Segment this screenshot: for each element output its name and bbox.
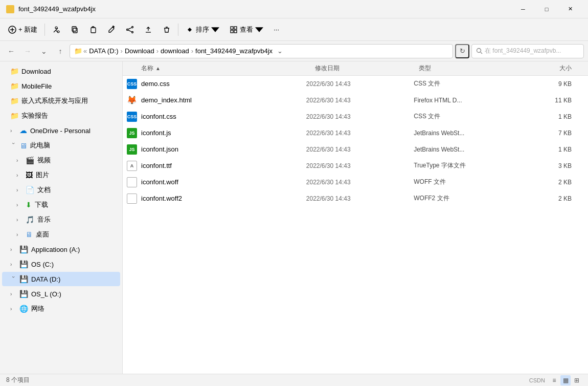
file-date: 2022/6/30 14:43 [306,113,414,120]
file-name: iconfont.ttf [141,162,172,169]
rename-button[interactable] [103,22,120,38]
file-date: 2022/6/30 14:43 [306,80,414,88]
new-button[interactable]: + 新建 [4,22,41,38]
sidebar-label-network: 网络 [31,304,44,313]
svg-rect-11 [231,27,233,29]
file-pane: 名称 ▲ 修改日期 类型 大小 CSS demo.css 2022/6/30 1… [123,61,588,374]
cut-button[interactable] [48,22,64,38]
sidebar-item-download[interactable]: 📁 Download [2,64,120,78]
docs-icon: 📄 [26,186,34,194]
sidebar-item-app-a[interactable]: › 💾 Applicatioon (A:) [2,242,120,256]
sort-label: 排序 [196,25,209,34]
svg-point-8 [127,29,128,30]
rename-icon [107,26,116,34]
window-title: font_3492449_wzafpvb4jx [18,5,96,13]
table-row[interactable]: iconfont.woff 2022/6/30 14:43 WOFF 文件 2 … [123,174,588,190]
sidebar-item-desktop[interactable]: › 🖥 桌面 [2,227,120,242]
minimize-button[interactable]: ─ [511,0,535,18]
breadcrumb-dropdown-button[interactable]: ⌄ [274,44,286,58]
sidebar-label-os-c: OS (C:) [31,261,54,268]
close-button[interactable]: ✕ [558,0,582,18]
table-row[interactable]: CSS demo.css 2022/6/30 14:43 CSS 文件 9 KB [123,76,588,92]
delete-button[interactable] [159,22,175,38]
file-size: 7 KB [522,130,584,137]
breadcrumb-current: font_3492449_wzafpvb4jx [195,47,273,55]
drive-icon-os-c: 💾 [19,260,28,268]
col-date-header[interactable]: 修改日期 [315,64,419,73]
svg-rect-14 [234,30,237,33]
sidebar-item-thispc[interactable]: › 🖥 此电脑 [2,138,120,153]
breadcrumb-download[interactable]: Download [125,47,154,55]
file-size: 3 KB [522,162,584,169]
sidebar-item-embedded[interactable]: 📁 嵌入式系统开发与应用 [2,94,120,108]
table-row[interactable]: iconfont.woff2 2022/6/30 14:43 WOFF2 文件 … [123,190,588,207]
sidebar-item-music[interactable]: › 🎵 音乐 [2,212,120,227]
refresh-button[interactable]: ↻ [455,44,469,58]
sidebar-item-onedrive[interactable]: › ☁ OneDrive - Personal [2,123,120,138]
back-button[interactable]: ← [4,44,18,58]
detail-view-button[interactable]: ▦ [560,375,571,385]
up-button[interactable]: ↑ [53,44,67,58]
expand-icon-desktop: › [16,232,22,238]
sidebar-item-mobilefile[interactable]: 📁 MobileFile [2,79,120,93]
desktop-icon: 🖥 [26,230,33,239]
more-button[interactable]: ··· [269,22,283,38]
expand-icon-os-c: › [10,262,16,267]
file-type-icon: CSS [127,79,137,89]
forward-button[interactable]: → [20,44,35,58]
paste-button[interactable] [85,22,101,38]
sidebar-item-downloads[interactable]: › ⬇ 下载 [2,198,120,212]
col-name-label: 名称 [141,64,153,73]
sidebar-item-lab[interactable]: 📁 实验报告 [2,109,120,123]
sidebar-item-video[interactable]: › 🎬 视频 [2,153,120,167]
view-toggle: ≡ ▦ ⊞ [549,375,582,385]
view-button[interactable]: 查看 [225,22,267,38]
sidebar-item-pictures[interactable]: › 🖼 图片 [2,168,120,182]
file-name: iconfont.json [141,145,178,153]
breadcrumb-download2[interactable]: download [161,47,189,55]
file-type-icon: A [127,161,137,171]
copy-button[interactable] [66,22,83,38]
file-name: iconfont.js [141,129,171,137]
sidebar-item-os-c[interactable]: › 💾 OS (C:) [2,257,120,271]
pc-icon-thispc: 🖥 [19,141,27,150]
breadcrumb-hardcode-1: DATA (D:) [89,47,118,55]
title-bar: font_3492449_wzafpvb4jx ─ □ ✕ [0,0,588,18]
table-row[interactable]: JS iconfont.js 2022/6/30 14:43 JetBrains… [123,125,588,141]
file-type: CSS 文件 [414,112,521,121]
table-row[interactable]: 🦊 demo_index.html 2022/6/30 14:43 Firefo… [123,92,588,109]
table-row[interactable]: CSS iconfont.css 2022/6/30 14:43 CSS 文件 … [123,109,588,125]
copy-icon [71,26,79,34]
sidebar-item-docs[interactable]: › 📄 文档 [2,183,120,197]
share-button[interactable] [122,22,138,38]
col-type-header[interactable]: 类型 [419,64,523,73]
csdn-badge: CSDN [529,377,545,383]
table-row[interactable]: A iconfont.ttf 2022/6/30 14:43 TrueType … [123,158,588,174]
video-icon: 🎬 [26,156,34,164]
table-row[interactable]: JS iconfont.json 2022/6/30 14:43 JetBrai… [123,141,588,158]
toolbar: + 新建 排序 查看 ··· [0,18,588,41]
recent-locations-button[interactable]: ⌄ [37,44,51,58]
sidebar-label-video: 视频 [37,156,51,165]
maximize-button[interactable]: □ [535,0,558,18]
list-view-button[interactable]: ≡ [549,375,559,385]
folder-icon-lab: 📁 [10,112,18,120]
sidebar-item-data-d[interactable]: › 💾 DATA (D:) [2,272,120,286]
sidebar-label-lab: 实验报告 [21,111,48,120]
drive-icon-os-l: 💾 [19,290,28,298]
file-name: iconfont.woff2 [141,195,182,202]
sidebar-label-data-d: DATA (D:) [31,275,60,283]
expand-icon-onedrive: › [10,128,16,134]
col-size-header[interactable]: 大小 [523,64,584,73]
more-label: ··· [274,26,279,33]
file-size: 9 KB [522,80,584,88]
upload-icon [144,26,152,34]
col-name-header[interactable]: 名称 ▲ [127,64,315,73]
sidebar-item-network[interactable]: › 🌐 网络 [2,302,120,316]
expand-icon-downloads: › [16,202,22,208]
sidebar-item-os-l[interactable]: › 💾 OS_L (O:) [2,287,120,301]
grid-view-button[interactable]: ⊞ [572,375,582,385]
search-box[interactable]: 在 font_3492449_wzafpvb... [471,44,584,58]
upload-button[interactable] [140,22,156,38]
sort-button[interactable]: 排序 [182,22,223,38]
